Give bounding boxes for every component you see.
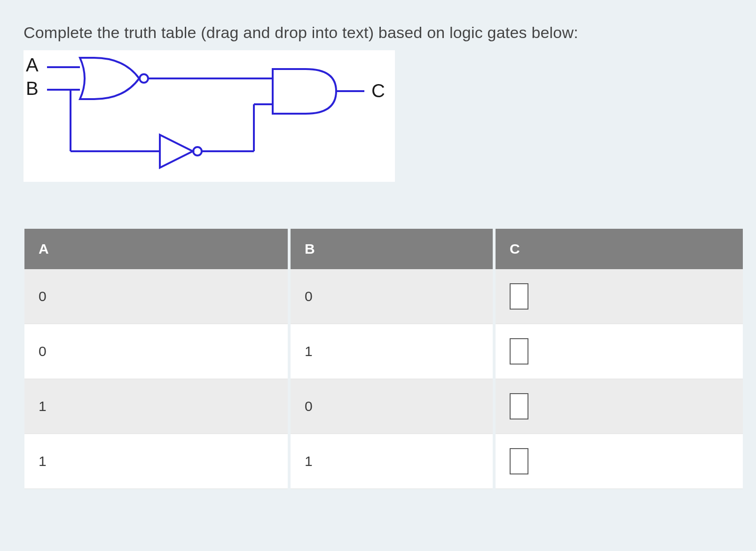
question-prompt: Complete the truth table (drag and drop … (24, 23, 732, 42)
cell-b: 0 (291, 269, 493, 324)
cell-a: 1 (24, 434, 288, 489)
input-label-b: B (26, 78, 39, 99)
cell-a: 0 (24, 269, 288, 324)
cell-c (496, 324, 743, 379)
table-row: 1 0 (24, 379, 743, 434)
header-c: C (496, 229, 743, 269)
header-a: A (24, 229, 288, 269)
cell-b: 1 (291, 434, 493, 489)
cell-b: 0 (291, 379, 493, 434)
table-row: 0 1 (24, 324, 743, 379)
logic-gate-diagram: A B C (24, 50, 395, 182)
table-row: 1 1 (24, 434, 743, 489)
output-label-c: C (371, 80, 385, 101)
drop-target[interactable] (510, 393, 528, 419)
cell-c (496, 434, 743, 489)
svg-point-2 (140, 74, 148, 83)
drop-target[interactable] (510, 448, 528, 474)
cell-b: 1 (291, 324, 493, 379)
table-row: 0 0 (24, 269, 743, 324)
cell-a: 1 (24, 379, 288, 434)
cell-c (496, 379, 743, 434)
cell-a: 0 (24, 324, 288, 379)
header-b: B (291, 229, 493, 269)
cell-c (496, 269, 743, 324)
truth-table: A B C 0 0 0 1 1 0 1 1 (22, 229, 746, 489)
drop-target[interactable] (510, 338, 528, 365)
table-header-row: A B C (24, 229, 743, 269)
input-label-a: A (26, 54, 39, 75)
drop-target[interactable] (510, 283, 528, 310)
